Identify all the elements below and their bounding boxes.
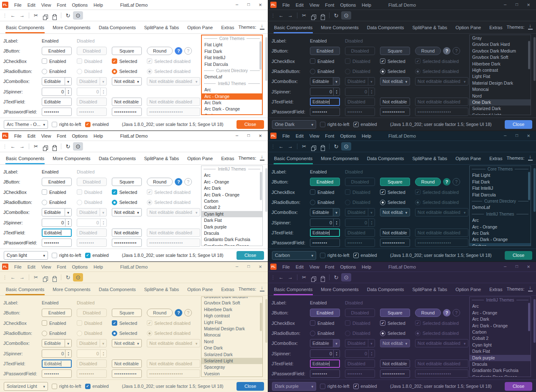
spinner[interactable]: 0 — [42, 349, 72, 358]
close-button[interactable]: Close — [237, 382, 264, 391]
menu-edit[interactable]: Edit — [25, 133, 38, 138]
theme-list-item[interactable]: Material Design Dark — [201, 326, 262, 332]
show-hidden-toggle-icon[interactable] — [73, 142, 83, 151]
tab-splitpane-tabs[interactable]: SplitPane & Tabs — [140, 153, 184, 164]
help-button[interactable] — [443, 47, 450, 55]
theme-list-item[interactable]: DemoLaf — [202, 74, 262, 80]
square-button[interactable]: Square — [112, 309, 142, 317]
radio-enabled[interactable] — [42, 331, 47, 336]
copy-icon[interactable] — [309, 13, 317, 18]
menu-edit[interactable]: Edit — [293, 264, 307, 269]
menu-file[interactable]: File — [279, 133, 293, 138]
combobox-editable[interactable]: Editable — [310, 77, 340, 85]
cut-icon[interactable] — [32, 142, 40, 151]
show-hidden-toggle-icon[interactable] — [73, 273, 83, 281]
menu-edit[interactable]: Edit — [293, 133, 307, 138]
theme-list-item[interactable]: Gradianto Dark Fuchsia — [470, 367, 531, 374]
textfield-editable[interactable]: Editable — [42, 359, 72, 368]
checkbox-selected[interactable] — [112, 58, 117, 64]
passwordfield-not-editable[interactable]: •••••••••••• — [380, 369, 410, 378]
passwordfield[interactable]: •••••••• — [310, 369, 340, 378]
themes-list[interactable]: IntelliJ ThemesArcArc - OrangeArc DarkAr… — [469, 297, 531, 377]
tab-data-components[interactable]: Data Components — [363, 153, 408, 164]
right-to-left-checkbox[interactable] — [320, 122, 325, 127]
menu-font[interactable]: Font — [322, 264, 337, 269]
close-button[interactable]: Close — [505, 251, 532, 260]
square-button[interactable]: Square — [112, 47, 142, 55]
theme-list-item[interactable]: Arc Dark - Orange — [470, 236, 531, 243]
tab-splitpane-tabs[interactable]: SplitPane & Tabs — [140, 22, 184, 33]
theme-list-item[interactable]: Cobalt 2 — [201, 204, 262, 211]
paste-icon[interactable] — [50, 144, 58, 149]
refresh-icon[interactable] — [64, 11, 72, 20]
theme-list-item[interactable]: Carbon — [201, 198, 262, 204]
combobox-not-editable[interactable]: Not editable — [380, 77, 410, 85]
combobox-not-editable[interactable]: Not editable — [380, 208, 410, 216]
cut-icon[interactable] — [32, 273, 40, 281]
forward-icon[interactable] — [18, 273, 26, 281]
theme-list-item[interactable]: Arc Dark - Orange — [201, 192, 262, 198]
toolbar-grip-icon[interactable] — [271, 13, 275, 18]
theme-list-item[interactable]: Cobalt 2 — [470, 335, 531, 342]
help-button[interactable] — [175, 47, 182, 55]
theme-list-item[interactable]: Dark Flat — [201, 217, 262, 224]
paste-icon[interactable] — [50, 13, 58, 18]
spinner-arrows-icon[interactable] — [333, 350, 340, 357]
menu-edit[interactable]: Edit — [25, 264, 38, 269]
enabled-checkbox[interactable] — [353, 253, 359, 258]
theme-list-item[interactable]: Arc Dark — [470, 230, 531, 236]
spinner-arrows-icon[interactable] — [65, 350, 71, 357]
tab-data-components[interactable]: Data Components — [95, 22, 140, 33]
menu-view[interactable]: View — [307, 133, 322, 138]
theme-list-item[interactable]: Flat Darcula — [202, 61, 262, 68]
checkbox-enabled[interactable] — [42, 320, 47, 326]
back-icon[interactable] — [9, 142, 17, 151]
tab-splitpane-tabs[interactable]: SplitPane & Tabs — [140, 284, 184, 295]
menu-font[interactable]: Font — [322, 3, 337, 8]
theme-list-item[interactable]: Arc — [202, 87, 262, 93]
help-button[interactable] — [175, 178, 182, 186]
square-button[interactable]: Square — [380, 178, 410, 186]
theme-list-item[interactable]: Nord — [470, 93, 531, 99]
tab-basic-components[interactable]: Basic Components — [2, 22, 48, 33]
back-icon[interactable] — [277, 273, 285, 281]
menu-file[interactable]: File — [11, 3, 25, 8]
theme-list-item[interactable]: One Dark — [201, 345, 262, 351]
combobox-editable[interactable]: Editable — [42, 339, 72, 347]
radio-enabled[interactable] — [310, 331, 315, 336]
square-button[interactable]: Square — [380, 309, 410, 317]
right-to-left-checkbox[interactable] — [320, 253, 325, 258]
theme-list-item[interactable]: Arc - Orange — [470, 224, 531, 230]
theme-list-item[interactable]: Monocai — [201, 332, 262, 338]
page-scrollbar[interactable] — [533, 37, 536, 81]
cut-icon[interactable] — [300, 142, 308, 151]
enabled-button[interactable]: Enabled — [42, 309, 72, 317]
theme-list-item[interactable]: Monocai — [470, 86, 531, 93]
theme-list-item[interactable]: High contrast — [201, 313, 262, 319]
help-button[interactable] — [443, 178, 450, 186]
radio-selected[interactable] — [380, 331, 385, 336]
menu-view[interactable]: View — [38, 133, 54, 138]
refresh-icon[interactable] — [332, 273, 340, 281]
textfield-not-editable[interactable]: Not editable — [112, 98, 142, 106]
theme-list-item[interactable]: Material Design Dark — [470, 80, 531, 86]
close-button[interactable]: Close — [505, 382, 532, 391]
theme-list-item[interactable]: Hiberbee Dark — [470, 61, 531, 67]
menu-view[interactable]: View — [307, 264, 322, 269]
radio-selected[interactable] — [112, 331, 117, 336]
tab-basic-components[interactable]: Basic Components — [2, 284, 48, 295]
radio-enabled[interactable] — [42, 200, 47, 205]
passwordfield[interactable]: •••••••• — [42, 108, 72, 116]
list-scrollbar[interactable] — [260, 172, 262, 200]
passwordfield[interactable]: •••••••• — [310, 108, 340, 116]
spinner[interactable]: 0 — [310, 219, 340, 227]
passwordfield-not-editable[interactable]: •••••••••••• — [112, 239, 142, 247]
passwordfield-not-editable[interactable]: •••••••••••• — [380, 108, 410, 116]
tab-splitpane-tabs[interactable]: SplitPane & Tabs — [408, 153, 452, 164]
back-icon[interactable] — [9, 11, 17, 20]
theme-list-item[interactable]: Light Flat — [470, 73, 531, 80]
menu-file[interactable]: File — [11, 264, 25, 269]
theme-combobox[interactable]: Carbon — [272, 251, 316, 260]
spinner-arrows-icon[interactable] — [333, 219, 340, 226]
radio-selected[interactable] — [112, 200, 117, 205]
